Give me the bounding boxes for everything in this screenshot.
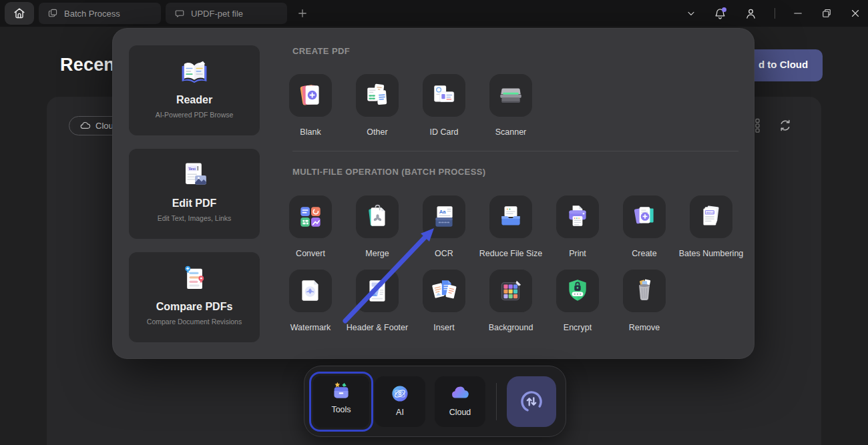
account-button[interactable] <box>744 7 758 21</box>
tab-label: UPDF-pet file <box>191 9 243 19</box>
close-button[interactable] <box>849 7 861 19</box>
svg-text:Text: Text <box>188 167 196 171</box>
reduce-file-size-icon <box>497 203 525 231</box>
batch-background-tile[interactable]: Background <box>477 270 544 332</box>
create-other-tile[interactable]: Other <box>344 74 411 137</box>
toolbox-icon <box>330 380 353 402</box>
notification-dot <box>722 7 726 12</box>
document-bubble-icon <box>174 8 185 19</box>
compare-pdfs-card-title: Compare PDFs <box>156 301 233 313</box>
edit-pdf-card-subtitle: Edit Text, Images, Links <box>158 214 232 222</box>
id-card-icon <box>430 81 458 109</box>
batch-bates-numbering-tile[interactable]: 000123 Bates Numbering <box>678 195 744 258</box>
tab-label: Batch Process <box>64 9 120 19</box>
dock-item-cloud[interactable]: Cloud <box>435 376 485 427</box>
batch-create-tile[interactable]: Create <box>611 195 678 258</box>
section-divider <box>292 151 738 151</box>
restore-icon <box>821 7 833 19</box>
batch-remove-tile[interactable]: Remove <box>611 270 678 332</box>
new-tab-button[interactable] <box>294 5 310 21</box>
remove-icon <box>630 277 658 305</box>
notifications-button[interactable] <box>713 7 727 21</box>
dock-item-ai[interactable]: AI <box>375 376 425 427</box>
edit-pdf-icon: Text <box>177 159 212 193</box>
dock-cloud-label: Cloud <box>449 408 471 417</box>
batch-ocr-tile[interactable]: Aa OCR <box>411 195 477 258</box>
insert-icon <box>430 277 458 305</box>
batch-encrypt-tile[interactable]: Encrypt <box>544 270 611 332</box>
compare-pdfs-card-subtitle: Compare Document Revisions <box>147 318 242 326</box>
cloud-icon <box>449 382 471 405</box>
merge-icon <box>363 203 391 231</box>
dock-sync-button[interactable] <box>507 376 556 427</box>
minimize-icon <box>792 7 804 19</box>
create-icon <box>630 203 658 231</box>
compare-pdfs-icon <box>177 262 212 297</box>
batch-watermark-tile[interactable]: Watermark <box>277 270 344 332</box>
home-button[interactable] <box>5 2 34 25</box>
dock-tools-label: Tools <box>331 405 351 414</box>
sync-transfer-icon <box>517 387 546 416</box>
print-icon <box>564 203 592 231</box>
plus-icon <box>296 7 308 19</box>
upload-to-cloud-label: d to Cloud <box>758 59 808 70</box>
compare-pdfs-card[interactable]: Compare PDFs Compare Document Revisions <box>129 252 260 342</box>
svg-text:000123: 000123 <box>706 211 714 214</box>
batch-convert-tile[interactable]: Convert <box>277 195 344 258</box>
tab-updf-pet-file[interactable]: UPDF-pet file <box>166 3 287 24</box>
create-pdf-section-title: CREATE PDF <box>292 46 350 56</box>
other-documents-icon <box>363 81 391 109</box>
batch-section-title: MULTI-FILE OPERATION (BATCH PROCESS) <box>292 167 486 177</box>
dock-separator <box>496 383 497 420</box>
refresh-button[interactable] <box>777 117 793 133</box>
ocr-icon: Aa <box>430 203 458 231</box>
bates-numbering-icon: 000123 <box>697 203 725 231</box>
blank-pdf-icon <box>296 81 324 109</box>
batch-merge-tile[interactable]: Merge <box>344 195 411 258</box>
watermark-icon <box>296 277 324 305</box>
scanner-icon <box>497 81 525 109</box>
user-icon <box>744 7 758 21</box>
background-icon <box>497 277 525 305</box>
minimize-button[interactable] <box>792 7 804 19</box>
chevron-down-icon <box>686 8 696 19</box>
titlebar: Batch Process UPDF-pet file <box>0 0 868 27</box>
header-footer-icon <box>363 277 391 305</box>
refresh-icon <box>777 117 793 133</box>
create-scanner-tile[interactable]: Scanner <box>477 74 544 137</box>
batch-reduce-file-size-tile[interactable]: Reduce File Size <box>477 195 544 258</box>
batch-print-tile[interactable]: Print <box>544 195 611 258</box>
titlebar-separator <box>775 8 775 19</box>
ai-sphere-icon <box>389 383 411 404</box>
bottom-dock: Tools AI <box>304 366 566 437</box>
encrypt-icon <box>564 277 592 305</box>
dock-ai-label: AI <box>396 408 404 417</box>
edit-pdf-card-title: Edit PDF <box>172 197 217 209</box>
dropdown-chevron-button[interactable] <box>686 8 696 19</box>
restore-button[interactable] <box>821 7 833 19</box>
tools-panel: Reader AI-Powered PDF Browse Text Edit P… <box>112 28 754 359</box>
edit-pdf-card[interactable]: Text Edit PDF Edit Text, Images, Links <box>129 149 260 239</box>
batch-insert-tile[interactable]: Insert <box>411 270 477 332</box>
reader-book-icon <box>177 55 212 90</box>
svg-text:Aa: Aa <box>439 209 447 215</box>
close-icon <box>849 7 861 19</box>
create-id-card-tile[interactable]: ID Card <box>411 74 477 137</box>
convert-icon <box>296 203 324 231</box>
cloud-outline-icon <box>79 120 91 131</box>
batch-header-footer-tile[interactable]: Header & Footer <box>344 270 411 332</box>
dock-item-tools[interactable]: Tools <box>309 372 373 432</box>
batch-process-icon <box>47 8 58 19</box>
tab-batch-process[interactable]: Batch Process <box>39 3 161 24</box>
create-blank-tile[interactable]: Blank <box>277 74 344 137</box>
reader-card-title: Reader <box>176 94 212 106</box>
reader-card-subtitle: AI-Powered PDF Browse <box>156 111 234 119</box>
reader-card[interactable]: Reader AI-Powered PDF Browse <box>129 45 260 135</box>
home-icon <box>12 6 27 21</box>
